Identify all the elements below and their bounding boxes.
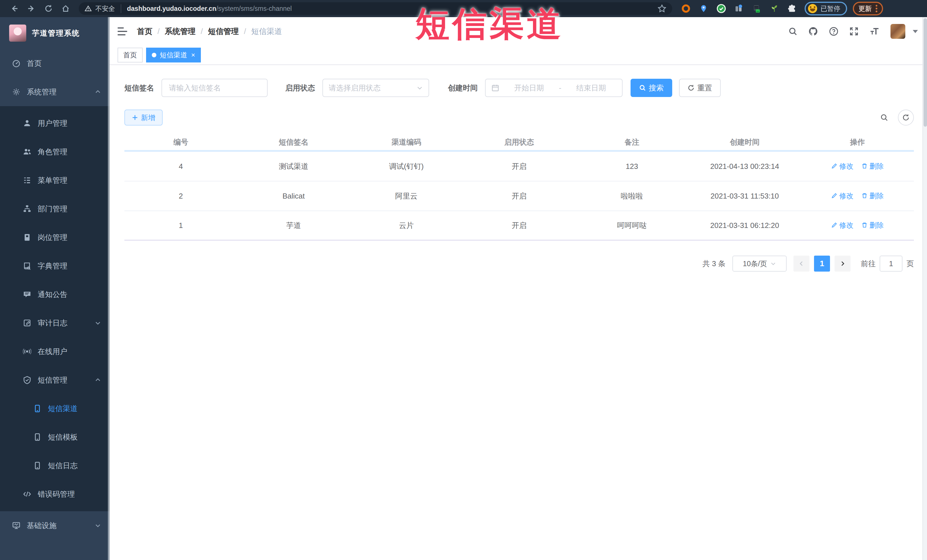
- status-select[interactable]: 请选择启用状态: [322, 79, 429, 97]
- paused-label: 已暂停: [821, 4, 840, 13]
- url-path: /system/sms/sms-channel: [216, 5, 292, 12]
- edit-link[interactable]: 修改: [831, 220, 853, 230]
- cell-created: 2021-04-13 00:23:14: [688, 162, 801, 171]
- cell-id: 4: [125, 162, 237, 171]
- extension-green-check-icon[interactable]: [716, 3, 727, 14]
- table-row[interactable]: 2 Balicat 阿里云 开启 啦啦啦 2021-03-31 11:53:10…: [125, 181, 914, 211]
- font-size-icon[interactable]: [869, 27, 880, 36]
- edit-link[interactable]: 修改: [831, 191, 853, 200]
- sidebar-item-notice[interactable]: 通知公告: [0, 280, 109, 309]
- breadcrumb-separator: /: [158, 27, 160, 36]
- sidebar-item-label: 短信渠道: [48, 404, 78, 414]
- breadcrumb-item[interactable]: 系统管理: [165, 26, 196, 36]
- table-row[interactable]: 4 测试渠道 调试(钉钉) 开启 123 2021-04-13 00:23:14…: [125, 152, 914, 181]
- cell-created: 2021-03-31 06:12:20: [688, 221, 801, 230]
- sidebar-item-depts[interactable]: 部门管理: [0, 194, 109, 223]
- sidebar-item-roles[interactable]: 角色管理: [0, 138, 109, 166]
- sidebar-item-users[interactable]: 用户管理: [0, 109, 109, 138]
- tab-home[interactable]: 首页: [117, 48, 143, 62]
- svg-text:on: on: [756, 10, 759, 12]
- extension-orange-icon[interactable]: [680, 3, 691, 14]
- help-icon[interactable]: [829, 27, 839, 36]
- next-page-button[interactable]: [834, 256, 851, 272]
- sidebar-item-error-codes[interactable]: 错误码管理: [0, 480, 109, 508]
- sidebar-item-audit-log[interactable]: 审计日志: [0, 309, 109, 337]
- extension-tabs-icon[interactable]: [733, 3, 745, 14]
- date-range-picker[interactable]: 开始日期 - 结束日期: [485, 79, 623, 97]
- refresh-table-button[interactable]: [898, 109, 914, 126]
- sidebar-item-sms-template[interactable]: 短信模板: [0, 423, 109, 451]
- avatar[interactable]: [891, 24, 905, 39]
- sidebar-item-sms[interactable]: 短信管理: [0, 366, 109, 394]
- address-bar[interactable]: 不安全 dashboard.yudao.iocoder.cn/system/sm…: [79, 2, 672, 15]
- table-toolbar: 新增: [125, 109, 914, 126]
- hamburger-icon[interactable]: [117, 27, 128, 35]
- extension-pin-icon[interactable]: [698, 3, 709, 14]
- sidebar: 芋道管理系统 首页 系统管理 用户管理 角色管理: [0, 17, 109, 560]
- sidebar-item-posts[interactable]: 岗位管理: [0, 223, 109, 252]
- sidebar-logo[interactable]: 芋道管理系统: [0, 17, 109, 49]
- tab-sms-channel[interactable]: 短信渠道 ×: [146, 48, 201, 62]
- browser-menu-dots-icon[interactable]: [875, 5, 877, 12]
- refresh-icon: [902, 114, 910, 121]
- avatar-caret-icon[interactable]: [913, 30, 918, 33]
- pagination-total: 共 3 条: [702, 259, 726, 269]
- bookmark-star-icon[interactable]: [657, 4, 667, 13]
- add-button[interactable]: 新增: [125, 109, 163, 126]
- sign-input[interactable]: [161, 79, 267, 97]
- tab-label: 短信渠道: [160, 50, 187, 60]
- table-row[interactable]: 1 芋道 云片 开启 呵呵呵哒 2021-03-31 06:12:20 修改删除: [125, 211, 914, 241]
- reset-button[interactable]: 重置: [679, 79, 721, 97]
- browser-back-icon[interactable]: [6, 0, 23, 17]
- toggle-search-button[interactable]: [876, 109, 892, 126]
- sidebar-item-sms-channel[interactable]: 短信渠道: [0, 394, 109, 423]
- extension-leaf-icon[interactable]: [769, 3, 780, 14]
- sidebar-item-online-users[interactable]: 在线用户: [0, 337, 109, 366]
- breadcrumb-item[interactable]: 短信管理: [208, 26, 239, 36]
- browser-update-button[interactable]: 更新: [853, 2, 883, 15]
- end-date-placeholder[interactable]: 结束日期: [566, 83, 616, 93]
- close-icon[interactable]: ×: [191, 52, 195, 58]
- sidebar-item-sms-log[interactable]: 短信日志: [0, 451, 109, 480]
- github-icon[interactable]: [808, 27, 818, 36]
- fullscreen-icon[interactable]: [849, 27, 859, 36]
- prev-page-button[interactable]: [793, 256, 810, 272]
- search-icon[interactable]: [788, 27, 798, 36]
- breadcrumb-item[interactable]: 首页: [137, 26, 152, 36]
- cell-status: 开启: [463, 191, 576, 201]
- sidebar-item-dict[interactable]: 字典管理: [0, 252, 109, 280]
- url-text[interactable]: dashboard.yudao.iocoder.cn/system/sms/sm…: [127, 5, 292, 12]
- delete-link[interactable]: 删除: [862, 191, 884, 200]
- search-button[interactable]: 搜索: [631, 79, 672, 97]
- reset-button-label: 重置: [697, 83, 712, 93]
- search-button-label: 搜索: [649, 83, 664, 93]
- browser-reload-icon[interactable]: [40, 0, 57, 17]
- edit-icon: [831, 163, 837, 169]
- sidebar-item-infra[interactable]: 基础设施: [0, 511, 109, 540]
- active-dot-icon: [152, 53, 157, 57]
- sidebar-item-menus[interactable]: 菜单管理: [0, 166, 109, 194]
- column-header: 创建时间: [688, 137, 801, 147]
- browser-forward-icon[interactable]: [23, 0, 40, 17]
- security-warning[interactable]: 不安全: [84, 4, 121, 13]
- chevron-down-icon: [770, 261, 776, 266]
- page-number-button[interactable]: 1: [814, 256, 830, 272]
- extension-dark-on-icon[interactable]: on: [751, 3, 762, 14]
- delete-link[interactable]: 删除: [862, 220, 884, 230]
- edit-link[interactable]: 修改: [831, 161, 853, 171]
- extension-puzzle-icon[interactable]: [786, 3, 798, 14]
- scrollbar-thumb[interactable]: [924, 18, 927, 127]
- sidebar-scrollbar[interactable]: [108, 17, 109, 560]
- paused-extension-chip[interactable]: 已暂停: [805, 2, 847, 15]
- sidebar-item-system[interactable]: 系统管理: [0, 77, 109, 106]
- goto-page-input[interactable]: [880, 256, 903, 272]
- page-scrollbar[interactable]: [922, 17, 927, 560]
- sidebar-item-label: 字典管理: [38, 261, 67, 271]
- browser-home-icon[interactable]: [57, 0, 74, 17]
- delete-link[interactable]: 删除: [862, 161, 884, 171]
- start-date-placeholder[interactable]: 开始日期: [504, 83, 555, 93]
- sidebar-item-home[interactable]: 首页: [0, 49, 109, 77]
- chevron-down-icon: [95, 320, 101, 326]
- page-size-select[interactable]: 10条/页: [732, 256, 787, 272]
- sidebar-item-label: 短信管理: [38, 375, 67, 385]
